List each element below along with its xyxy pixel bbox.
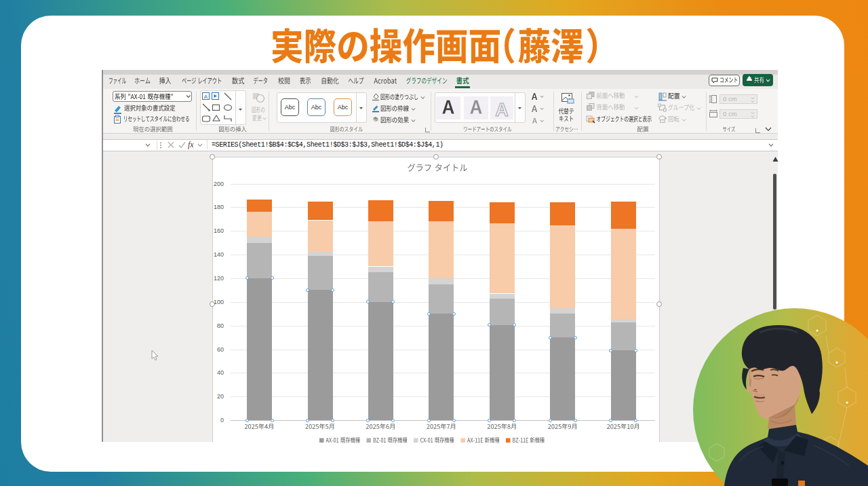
svg-text:A: A	[495, 100, 509, 120]
svg-text:A: A	[204, 94, 208, 100]
